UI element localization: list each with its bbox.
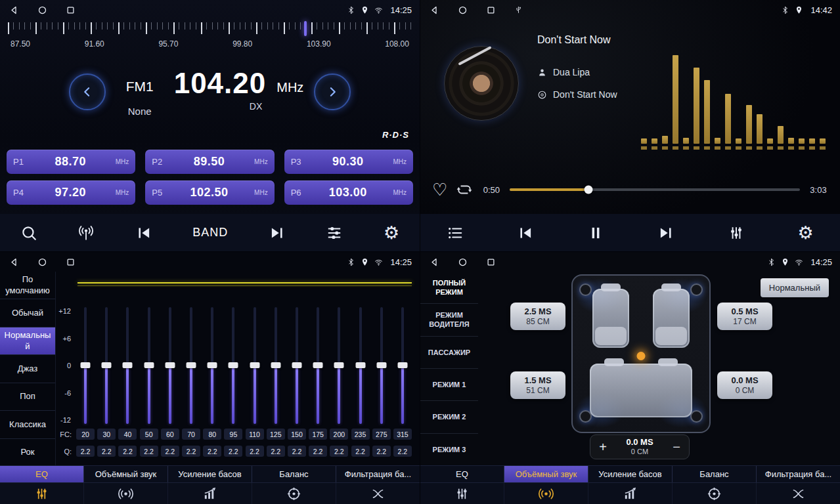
eq-band-slider[interactable]: [160, 307, 181, 424]
audio-tab[interactable]: Фильтрация ба...: [336, 466, 420, 482]
listening-position-dot[interactable]: [637, 352, 646, 360]
prev-station-button[interactable]: [135, 224, 152, 242]
eq-band-slider[interactable]: [371, 307, 392, 424]
eq-preset-item[interactable]: По умолчанию: [0, 272, 55, 299]
scan-button[interactable]: [20, 224, 37, 242]
delay-plus-button[interactable]: +: [590, 435, 615, 459]
eq-preset-item[interactable]: Нормальный: [0, 327, 55, 355]
progress-slider[interactable]: [510, 188, 800, 191]
surround-mode-item[interactable]: ПОЛНЫЙ РЕЖИМ: [420, 272, 478, 304]
audio-tab[interactable]: Фильтрация ба...: [757, 466, 840, 482]
settings-button[interactable]: ⚙: [384, 224, 399, 242]
settings-button[interactable]: ⚙: [797, 224, 813, 242]
back-button[interactable]: [430, 5, 439, 15]
tune-up-button[interactable]: [314, 74, 351, 110]
eq-preset-item[interactable]: Классика: [0, 411, 55, 438]
slider-handle[interactable]: [187, 362, 196, 368]
tab-balance[interactable]: [673, 483, 757, 504]
surround-mode-item[interactable]: РЕЖИМ 3: [420, 434, 478, 466]
next-track-button[interactable]: [657, 224, 674, 242]
tab-eq[interactable]: [0, 483, 84, 504]
pause-button[interactable]: [587, 224, 604, 242]
slider-handle[interactable]: [165, 362, 175, 368]
playlist-button[interactable]: [447, 224, 464, 242]
delay-rear-right[interactable]: 0.0 MS 0 CM: [717, 371, 772, 399]
preset-button[interactable]: P1 88.70 MHz: [7, 150, 135, 174]
next-station-button[interactable]: [269, 224, 286, 242]
eq-band-slider[interactable]: [139, 307, 160, 424]
eq-preset-item[interactable]: Поп: [0, 383, 55, 411]
delay-minus-button[interactable]: −: [664, 435, 689, 459]
home-button[interactable]: [458, 257, 468, 267]
slider-handle[interactable]: [229, 362, 238, 368]
surround-mode-item[interactable]: ПАССАЖИР: [420, 337, 478, 369]
eq-shortcut-button[interactable]: [326, 224, 343, 242]
audio-tab[interactable]: Усиление басов: [168, 466, 252, 482]
eq-shortcut-button[interactable]: [728, 224, 745, 242]
eq-band-slider[interactable]: [117, 307, 138, 424]
eq-band-slider[interactable]: [328, 307, 349, 424]
audio-tab[interactable]: Объёмный звук: [84, 466, 168, 482]
back-button[interactable]: [430, 257, 439, 267]
slider-handle[interactable]: [144, 362, 154, 368]
recents-button[interactable]: [66, 257, 76, 267]
surround-mode-item[interactable]: РЕЖИМ ВОДИТЕЛЯ: [420, 304, 478, 336]
tab-surround[interactable]: [84, 483, 168, 504]
eq-band-slider[interactable]: [265, 307, 286, 424]
recents-button[interactable]: [486, 5, 496, 15]
slider-handle[interactable]: [355, 362, 365, 368]
progress-knob[interactable]: [584, 186, 592, 194]
slider-handle[interactable]: [81, 362, 91, 368]
preset-button[interactable]: P3 90.30 MHz: [284, 150, 413, 174]
eq-band-slider[interactable]: [307, 307, 328, 424]
slider-handle[interactable]: [271, 362, 280, 368]
slider-handle[interactable]: [250, 362, 259, 368]
back-button[interactable]: [9, 5, 19, 15]
tab-bass[interactable]: [588, 483, 673, 504]
slider-handle[interactable]: [313, 362, 323, 368]
audio-tab[interactable]: EQ: [0, 466, 84, 482]
preset-button[interactable]: P6 103.00 MHz: [284, 180, 413, 205]
audio-tab[interactable]: EQ: [420, 466, 504, 482]
audio-tab[interactable]: Объёмный звук: [504, 466, 588, 482]
profile-button[interactable]: Нормальный: [761, 278, 829, 297]
audio-tab[interactable]: Усиление басов: [588, 466, 673, 482]
eq-band-slider[interactable]: [75, 307, 96, 424]
surround-mode-item[interactable]: РЕЖИМ 2: [420, 401, 478, 433]
band-button[interactable]: BAND: [192, 226, 228, 240]
delay-rear-left[interactable]: 1.5 MS 51 CM: [510, 371, 565, 399]
eq-band-slider[interactable]: [244, 307, 265, 424]
tab-filter[interactable]: [336, 483, 420, 504]
tab-surround[interactable]: [504, 483, 588, 504]
tune-down-button[interactable]: [69, 74, 106, 110]
delay-front-left[interactable]: 2.5 MS 85 CM: [510, 303, 565, 330]
home-button[interactable]: [37, 257, 47, 267]
recents-button[interactable]: [66, 5, 76, 15]
eq-band-slider[interactable]: [392, 307, 413, 424]
slider-handle[interactable]: [376, 362, 386, 368]
eq-band-slider[interactable]: [223, 307, 244, 424]
preset-button[interactable]: P2 89.50 MHz: [145, 150, 274, 174]
tab-bass[interactable]: [168, 483, 252, 504]
eq-band-slider[interactable]: [349, 307, 370, 424]
slider-handle[interactable]: [123, 362, 133, 368]
broadcast-button[interactable]: [77, 224, 95, 242]
eq-band-slider[interactable]: [181, 307, 202, 424]
tab-eq[interactable]: [420, 483, 504, 504]
tab-balance[interactable]: [252, 483, 336, 504]
eq-preset-item[interactable]: Обычай: [0, 299, 55, 327]
eq-preset-item[interactable]: Рок: [0, 439, 55, 466]
eq-band-slider[interactable]: [202, 307, 223, 424]
recents-button[interactable]: [486, 257, 496, 267]
eq-band-slider[interactable]: [286, 307, 307, 424]
frequency-scale[interactable]: 87.5091.6095.7099.80103.90108.00: [5, 21, 414, 54]
slider-handle[interactable]: [334, 362, 344, 368]
slider-handle[interactable]: [397, 362, 407, 368]
audio-tab[interactable]: Баланс: [252, 466, 336, 482]
repeat-button[interactable]: [456, 181, 473, 198]
slider-handle[interactable]: [292, 362, 301, 368]
eq-band-slider[interactable]: [96, 307, 117, 424]
audio-tab[interactable]: Баланс: [673, 466, 757, 482]
eq-preset-item[interactable]: Джаз: [0, 355, 55, 383]
surround-mode-item[interactable]: РЕЖИМ 1: [420, 369, 478, 401]
